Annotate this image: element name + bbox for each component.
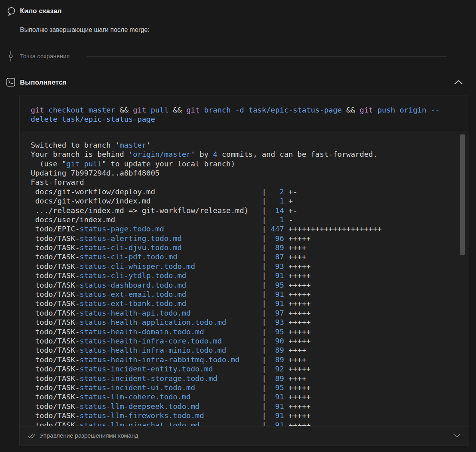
terminal-line: todo/TASK-status-health-domain.todo.md |… — [31, 327, 469, 336]
terminal-line: todo/TASK-status-llm-fireworks.todo.md |… — [31, 411, 469, 420]
terminal-line: git checkout master && git pull && git b… — [31, 105, 458, 114]
terminal-line: Switched to branch 'master' — [31, 140, 469, 150]
checkpoint-label: Точка сохранения — [20, 53, 70, 59]
terminal-line: todo/TASK-status-health-application.todo… — [31, 318, 469, 327]
terminal-line: todo/TASK-status-alerting.todo.md | 96 +… — [31, 234, 469, 243]
terminal-line: Your branch is behind 'origin/master' by… — [31, 150, 469, 159]
terminal-line: (use "git pull" to update your local bra… — [31, 159, 469, 168]
terminal-line: todo/TASK-status-ext-email.todo.md | 91 … — [31, 290, 469, 299]
checkpoint-icon — [8, 51, 13, 61]
scrollbar-thumb[interactable] — [460, 134, 465, 255]
terminal-line: todo/TASK-status-cli-ytdlp.todo.md | 91 … — [31, 271, 469, 280]
terminal-icon — [6, 78, 15, 87]
terminal-line: todo/TASK-status-health-api.todo.md | 97… — [31, 308, 469, 318]
kilo-chat-view: Кило сказал Выполню завершающие шаги пос… — [0, 0, 476, 452]
terminal-line: docs/git-workflow/index.md | 1 + — [31, 196, 469, 205]
page-title: Кило сказал — [20, 7, 62, 15]
terminal-line: todo/TASK-status-ext-tbank.todo.md | 91 … — [31, 299, 469, 308]
terminal-line: todo/TASK-status-cli-djvu.todo.md | 89 +… — [31, 243, 469, 252]
permissions-label: Управление разрешениями команд — [40, 432, 453, 439]
terminal-line: todo/TASK-status-llm-gigachat.todo.md | … — [31, 420, 469, 426]
chevron-down-icon[interactable] — [453, 433, 461, 438]
terminal-line: todo/TASK-status-incident-storage.todo.m… — [31, 374, 469, 383]
terminal-line: todo/TASK-status-cli-pdf.todo.md | 87 ++… — [31, 252, 469, 261]
command-block: git checkout master && git pull && git b… — [20, 95, 469, 131]
checkpoint-row[interactable]: Точка сохранения — [0, 50, 476, 62]
terminal-line: todo/TASK-status-health-infra-core.todo.… — [31, 336, 469, 345]
terminal-line: docs/user/index.md | 1 - — [31, 215, 469, 224]
terminal-line: todo/TASK-status-health-infra-minio.todo… — [31, 345, 469, 355]
comment-bubble-icon — [6, 6, 16, 16]
chevron-up-icon[interactable] — [454, 79, 463, 85]
terminal-line: .../release/index.md => git-workflow/rel… — [31, 206, 469, 215]
terminal-line: Updating 7b997294d..a8bf48005 — [31, 168, 469, 178]
terminal-line: delete task/epic-status-page — [31, 114, 458, 124]
terminal-panel: git checkout master && git pull && git b… — [19, 95, 469, 446]
terminal-output: Switched to branch 'master'Your branch i… — [20, 131, 469, 426]
terminal-line: todo/TASK-status-health-infra-rabbitmq.t… — [31, 355, 469, 364]
terminal-line: todo/TASK-status-llm-deepseek.todo.md | … — [31, 402, 469, 411]
terminal-line: todo/TASK-status-llm-cohere.todo.md | 91… — [31, 392, 469, 401]
terminal-line: todo/TASK-status-incident-entity.todo.md… — [31, 364, 469, 373]
terminal-line: todo/EPIC-status-page.todo.md | 447 ++++… — [31, 224, 469, 233]
terminal-line: Fast-forward — [31, 178, 469, 187]
terminal-line: todo/TASK-status-incident-ui.todo.md | 9… — [31, 383, 469, 392]
command-permissions-bar[interactable]: Управление разрешениями команд — [20, 426, 469, 445]
terminal-line: todo/TASK-status-cli-whisper.todo.md | 9… — [31, 262, 469, 271]
terminal-line: docs/git-workflow/deploy.md | 2 +- — [31, 187, 469, 196]
check-all-icon — [28, 432, 36, 439]
execution-status-title: Выполняется — [20, 79, 67, 87]
checkpoint-divider — [87, 56, 447, 57]
assistant-message: Выполню завершающие шаги после merge: — [20, 26, 150, 34]
terminal-output-text: Switched to branch 'master'Your branch i… — [20, 131, 469, 426]
terminal-line: todo/TASK-status-dashboard.todo.md | 95 … — [31, 280, 469, 290]
